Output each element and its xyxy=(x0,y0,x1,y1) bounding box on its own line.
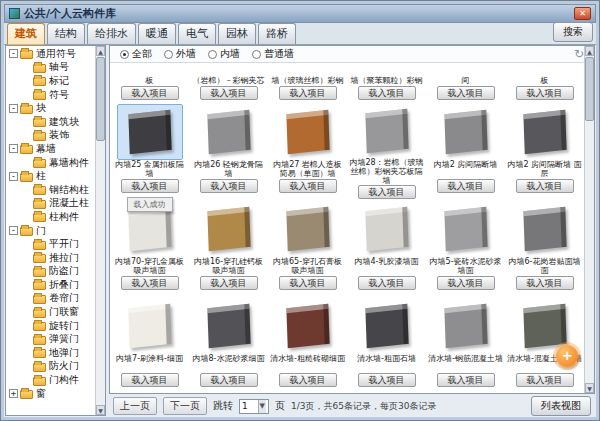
load-project-button[interactable]: 载入项目 xyxy=(437,373,495,387)
load-project-button[interactable]: 载入项目 xyxy=(121,86,179,100)
tree-item[interactable]: 旋转门 xyxy=(7,319,94,333)
radio-icon[interactable] xyxy=(252,50,261,59)
tab-item-5[interactable]: 电气 xyxy=(178,23,216,44)
tree-item[interactable]: 门构件 xyxy=(7,373,94,387)
tree-item[interactable]: +窗 xyxy=(7,387,94,401)
tree-item[interactable]: 建筑块 xyxy=(7,115,94,129)
material-tile-partial[interactable]: 间载入项目 xyxy=(426,63,505,102)
tree-item[interactable]: 推拉门 xyxy=(7,251,94,265)
load-project-button[interactable]: 载入项目 xyxy=(516,179,574,193)
material-tile[interactable]: 内墙27 岩棉人造板 简易（单面）墙载入项目 xyxy=(268,102,347,199)
load-project-button[interactable]: 载入项目 xyxy=(121,276,179,290)
load-project-button[interactable]: 载入项目 xyxy=(358,86,416,100)
material-tile[interactable]: 内墙8-水泥砂浆细面载入项目 xyxy=(189,296,268,393)
material-tile[interactable]: 内墙28：岩棉（玻璃丝棉）彩钢夹芯板隔墙载入项目 xyxy=(347,102,426,199)
material-tile[interactable]: 内墙2 房间隔断墙 面层载入项目 xyxy=(505,102,584,199)
load-project-button[interactable]: 载入项目 xyxy=(279,373,337,387)
tree-item[interactable]: 混凝土柱 xyxy=(7,197,94,211)
load-project-button[interactable]: 载入项目 xyxy=(358,276,416,290)
close-button[interactable]: ✕ xyxy=(574,7,591,20)
material-tile[interactable]: 清水墙-粗面石墙载入项目 xyxy=(347,296,426,393)
scroll-down-icon[interactable]: ▼ xyxy=(585,383,594,393)
material-tile[interactable]: 内墙65-穿孔石膏板吸声墙面载入项目 xyxy=(268,199,347,296)
tree-expander-icon[interactable]: - xyxy=(9,226,18,235)
tree-item[interactable]: 折叠门 xyxy=(7,278,94,292)
wall-filter-option-2[interactable]: 外墙 xyxy=(164,47,196,61)
load-project-button[interactable]: 载入项目 xyxy=(200,86,258,100)
wall-filter-option-1[interactable]: 全部 xyxy=(120,47,152,61)
load-project-button[interactable]: 载入项目 xyxy=(279,86,337,100)
tree-item[interactable]: 轴号 xyxy=(7,61,94,75)
tab-item-7[interactable]: 路桥 xyxy=(258,23,296,44)
load-project-button[interactable]: 载入项目 xyxy=(358,185,416,199)
material-tile[interactable]: 内墙7-刷涂料-细面载入项目 xyxy=(110,296,189,393)
tree-expander-icon[interactable]: - xyxy=(9,49,18,58)
tree-item[interactable]: 标记 xyxy=(7,74,94,88)
load-project-button[interactable]: 载入项目 xyxy=(279,276,337,290)
material-tile[interactable]: 内墙5-瓷砖水泥砂浆墙面载入项目 xyxy=(426,199,505,296)
search-button[interactable]: 搜索 xyxy=(553,22,593,42)
tab-item-4[interactable]: 暖通 xyxy=(138,23,176,44)
load-project-button[interactable]: 载入项目 xyxy=(200,179,258,193)
material-tile[interactable]: 内墙4-乳胶漆墙面载入项目 xyxy=(347,199,426,296)
radio-icon[interactable] xyxy=(164,50,173,59)
wall-filter-option-4[interactable]: 普通墙 xyxy=(252,47,294,61)
material-tile[interactable]: 内墙2 房间隔断墙载入项目 xyxy=(426,102,505,199)
tree-item[interactable]: -门 xyxy=(7,224,94,238)
load-project-button[interactable]: 载入项目 xyxy=(200,373,258,387)
tree-item[interactable]: 门联窗 xyxy=(7,305,94,319)
material-tile[interactable]: 清水墙-混凝土砌块墙载入项目 xyxy=(505,296,584,393)
tree-scrollbar-thumb[interactable] xyxy=(96,57,105,141)
load-project-button[interactable]: 载入项目 xyxy=(279,179,337,193)
load-project-button[interactable]: 载入项目 xyxy=(121,179,179,193)
material-tile-partial[interactable]: 板载入项目 xyxy=(110,63,189,102)
tree-item[interactable]: -柱 xyxy=(7,169,94,183)
list-view-button[interactable]: 列表视图 xyxy=(531,396,591,416)
load-project-button[interactable]: 载入项目 xyxy=(516,86,574,100)
load-project-button[interactable]: 载入项目 xyxy=(358,373,416,387)
wall-filter-option-3[interactable]: 内墙 xyxy=(208,47,240,61)
add-button[interactable]: ＋ xyxy=(556,345,578,367)
tab-item-2[interactable]: 结构 xyxy=(47,23,85,44)
radio-icon[interactable] xyxy=(120,50,129,59)
material-tile[interactable]: 内墙6-花岗岩贴面墙面载入项目 xyxy=(505,199,584,296)
tree-expander-icon[interactable]: - xyxy=(9,104,18,113)
load-project-button[interactable]: 载入项目 xyxy=(437,276,495,290)
tree-item[interactable]: 幕墙构件 xyxy=(7,156,94,170)
material-tile[interactable]: 内墙16-穿孔硅钙板吸声墙面载入项目 xyxy=(189,199,268,296)
tree-item[interactable]: 柱构件 xyxy=(7,210,94,224)
material-tile[interactable]: 清水墙-钢筋混凝土墙载入项目 xyxy=(426,296,505,393)
material-tile-partial[interactable]: 墙（玻璃丝棉）彩钢载入项目 xyxy=(268,63,347,102)
tab-item-6[interactable]: 园林 xyxy=(218,23,256,44)
load-project-button[interactable]: 载入项目 xyxy=(121,373,179,387)
tab-item-3[interactable]: 给排水 xyxy=(87,23,136,44)
prev-page-button[interactable]: 上一页 xyxy=(113,397,157,415)
material-tile[interactable]: 清水墙-粗糙砖砌细面载入项目 xyxy=(268,296,347,393)
material-tile-partial[interactable]: 板载入项目 xyxy=(505,63,584,102)
scroll-up-icon[interactable]: ▲ xyxy=(96,46,105,56)
tree-item[interactable]: 卷帘门 xyxy=(7,292,94,306)
tree-item[interactable]: 符号 xyxy=(7,88,94,102)
load-project-button[interactable]: 载入项目 xyxy=(516,373,574,387)
load-project-button[interactable]: 载入项目 xyxy=(437,86,495,100)
grid-scrollbar[interactable]: ▲ ▼ xyxy=(584,46,594,393)
tree-scrollbar[interactable]: ▲ ▼ xyxy=(95,46,105,415)
tree-expander-icon[interactable]: - xyxy=(9,144,18,153)
page-number-select[interactable]: 1 ▼ xyxy=(239,399,269,414)
tree-item[interactable]: 防火门 xyxy=(7,360,94,374)
tab-item-1[interactable]: 建筑 xyxy=(7,23,45,44)
tree-item[interactable]: 地弹门 xyxy=(7,346,94,360)
tree-item[interactable]: -通用符号 xyxy=(7,47,94,61)
next-page-button[interactable]: 下一页 xyxy=(163,397,207,415)
tree-item[interactable]: 钢结构柱 xyxy=(7,183,94,197)
material-tile[interactable]: 内墙70-穿孔金属板吸声墙面载入项目 xyxy=(110,199,189,296)
radio-icon[interactable] xyxy=(208,50,217,59)
load-project-button[interactable]: 载入项目 xyxy=(200,276,258,290)
scroll-down-icon[interactable]: ▼ xyxy=(96,405,105,415)
material-tile-partial[interactable]: （岩棉）－彩钢夹芯板载入项目 xyxy=(189,63,268,102)
grid-scrollbar-thumb[interactable] xyxy=(585,57,594,121)
material-tile[interactable]: 内墙25 金属扣板隔墙载入项目载入成功 xyxy=(110,102,189,199)
tree-item[interactable]: 弹簧门 xyxy=(7,332,94,346)
tree-item[interactable]: 防盗门 xyxy=(7,265,94,279)
tree-expander-icon[interactable]: - xyxy=(9,172,18,181)
